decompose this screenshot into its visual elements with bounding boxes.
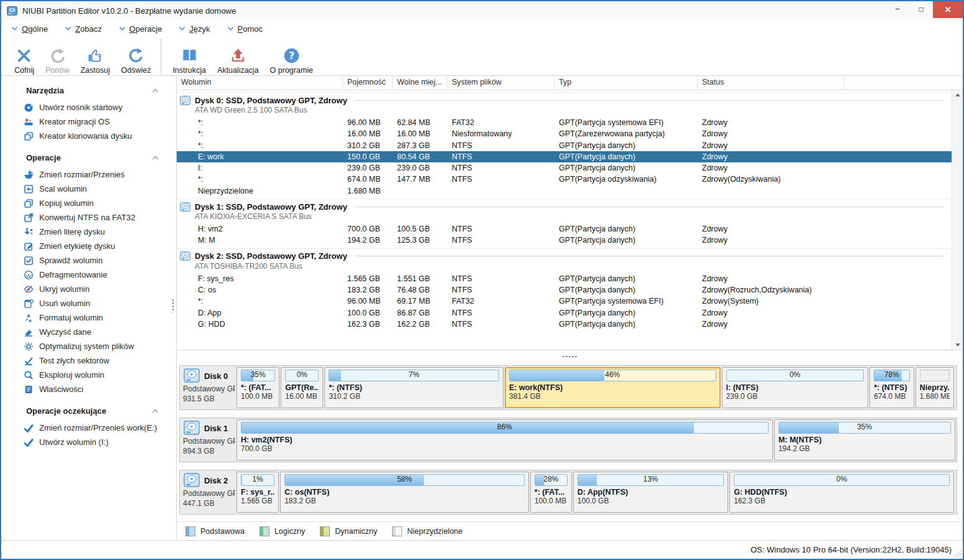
partition-block[interactable]: 28% *: (FAT... 100.0 MB — [530, 472, 572, 513]
partition-size: 1.680 MB — [920, 392, 950, 401]
toolbar-button[interactable]: Zastosuj — [75, 39, 115, 75]
volume-row[interactable]: Nieprzydzielone 1.680 MB — [177, 185, 952, 197]
volume-row[interactable]: *: 96.00 MB 62.84 MB FAT32 GPT(Partycja … — [177, 117, 952, 128]
usage-bar — [920, 370, 950, 381]
volume-row[interactable]: F: sys_res 1.565 GB 1.551 GB NTFS GPT(Pa… — [177, 273, 952, 284]
sidebar-item[interactable]: Zmień literę dysku — [17, 225, 176, 239]
title-bar[interactable]: NIUBI Partition Editor v10.2.0 - Bezpłat… — [1, 1, 963, 20]
volume-row[interactable]: *: 674.0 MB 147.7 MB NTFS GPT(Partycja o… — [177, 174, 952, 185]
cell-capacity: 100.0 GB — [343, 307, 393, 319]
sidebar-section-header[interactable]: Narzędzia — [17, 83, 176, 100]
sidebar-item[interactable]: Kreator migracji OS — [17, 114, 176, 129]
volume-row[interactable]: H: vm2 700.0 GB 100.5 GB NTFS GPT(Partyc… — [177, 223, 952, 235]
partition-block[interactable]: 35% M: M(NTFS) 194.2 GB — [774, 419, 955, 460]
volume-row[interactable]: M: M 194.2 GB 125.3 GB NTFS GPT(Partycja… — [177, 235, 952, 246]
sidebar-item[interactable]: Sprawdź wolumin — [17, 253, 176, 268]
sidebar-item[interactable]: Formatuj wolumin — [17, 310, 176, 325]
sidebar-item[interactable]: Właściwości — [17, 382, 176, 396]
table-scrollbar[interactable] — [952, 90, 963, 350]
menu-item[interactable]: Ogólne — [11, 24, 48, 34]
usage-percent: 0% — [727, 370, 864, 380]
sidebar-item[interactable]: Test złych sektorów — [17, 353, 176, 368]
close-button[interactable]: ✕ — [933, 1, 963, 18]
table-column-header[interactable]: Typ — [555, 76, 698, 90]
sidebar-item[interactable]: Utwórz nośnik startowy — [17, 100, 176, 114]
menu-item[interactable]: Zobacz — [65, 24, 102, 34]
sidebar-item[interactable]: Scal wolumin — [17, 182, 176, 196]
usage-bar: 13% — [578, 474, 724, 486]
cell-filesystem: FAT32 — [447, 296, 555, 307]
table-column-header[interactable]: Pojemność — [343, 76, 393, 90]
toolbar-button[interactable]: Aktualizacja — [212, 39, 264, 75]
partition-block[interactable]: 35% *: (FAT... 100.0 MB — [236, 367, 279, 408]
sidebar-item[interactable]: Eksploruj wolumin — [17, 368, 176, 382]
volume-row[interactable]: I: 239.0 GB 239.0 GB NTFS GPT(Partycja d… — [177, 162, 952, 174]
sidebar-item[interactable]: Utwórz wolumin (I:) — [17, 435, 176, 449]
volume-row[interactable]: G: HDD 162.3 GB 162.2 GB NTFS GPT(Partyc… — [177, 319, 952, 330]
partition-block[interactable]: 0% G: HDD(NTFS) 162.3 GB — [729, 472, 953, 513]
partition-block[interactable]: Nieprzy... 1.680 MB — [915, 367, 954, 408]
sidebar-item[interactable]: Optymalizuj system plików — [17, 339, 176, 353]
partition-block[interactable]: 1% F: sys_r... 1.565 GB — [236, 472, 279, 513]
sidebar-item[interactable]: Kopiuj wolumin — [17, 196, 176, 210]
scroll-up-arrow-icon[interactable] — [952, 90, 963, 100]
table-map-splitter[interactable] — [177, 350, 963, 362]
table-column-header[interactable]: Status — [698, 76, 845, 90]
sidebar-section-header[interactable]: Operacje oczekujące — [17, 404, 176, 421]
volume-row[interactable]: *: 310.2 GB 287.3 GB NTFS GPT(Partycja d… — [177, 140, 952, 151]
sidebar-item[interactable]: Zmień rozmiar/Przenieś work(E:) — [17, 421, 176, 435]
menu-item[interactable]: Pomoc — [227, 24, 263, 34]
partition-block[interactable]: 78% *: (NTFS) 674.0 MB — [869, 367, 914, 408]
menu-item[interactable]: Język — [179, 24, 210, 34]
sidebar-item-label: Wyczyść dane — [39, 327, 91, 337]
disk-group-header[interactable]: Dysk 0: SSD, Podstawowy GPT, Zdrowy — [177, 95, 952, 106]
volume-row[interactable]: C: os 183.2 GB 76.48 GB NTFS GPT(Partycj… — [177, 284, 952, 296]
partition-block[interactable]: 86% H: vm2(NTFS) 700.0 GB — [236, 419, 773, 460]
table-column-header[interactable]: System plików — [447, 76, 555, 90]
toolbar-button[interactable]: Cofnij — [9, 39, 40, 75]
disk-group-header[interactable]: Dysk 1: SSD, Podstawowy GPT, Zdrowy — [177, 201, 952, 212]
disk-label-block[interactable]: Disk 2 Podstawowy GPT 447.1 GB — [181, 472, 236, 513]
splitter-grip[interactable] — [562, 355, 578, 358]
menu-item[interactable]: Operacje — [119, 24, 162, 34]
disk-size: 931.5 GB — [183, 394, 235, 404]
chevron-up-icon — [152, 88, 159, 93]
cell-status: Zdrowy(Odzyskiwania) — [698, 174, 845, 185]
volume-row[interactable]: D: App 100.0 GB 86.87 GB NTFS GPT(Partyc… — [177, 307, 952, 319]
toolbar-button[interactable]: Ponów — [40, 39, 75, 75]
partition-block[interactable]: 46% E: work(NTFS) 381.4 GB — [505, 367, 721, 408]
sidebar-splitter-handle[interactable] — [172, 299, 174, 312]
toolbar-button[interactable]: ? O programie — [264, 39, 319, 75]
partition-size: 100.0 MB — [241, 392, 275, 401]
disk-label-block[interactable]: Disk 0 Podstawowy GPT 931.5 GB — [181, 367, 236, 408]
disk-label-block[interactable]: Disk 1 Podstawowy GPT 894.3 GB — [181, 419, 236, 460]
scroll-down-arrow-icon[interactable] — [952, 340, 963, 350]
partition-block[interactable]: 13% D: App(NTFS) 100.0 GB — [573, 472, 728, 513]
sidebar-item[interactable]: Kreator klonowania dysku — [17, 129, 176, 143]
table-column-header[interactable]: Wolumin — [177, 76, 343, 90]
sidebar-item[interactable]: Usuń wolumin — [17, 296, 176, 310]
toolbar-button[interactable]: Odśwież — [115, 39, 161, 75]
sidebar-section-header[interactable]: Operacje — [17, 151, 176, 167]
sidebar-item[interactable]: Defragmentowanie — [17, 268, 176, 282]
volume-row[interactable]: *: 96.00 MB 69.17 MB FAT32 GPT(Partycja … — [177, 296, 952, 307]
disk-group-header[interactable]: Dysk 2: SSD, Podstawowy GPT, Zdrowy — [177, 251, 952, 262]
table-column-header[interactable]: Wolne miej... — [393, 76, 447, 90]
sidebar-item[interactable]: Ukryj wolumin — [17, 282, 176, 296]
maximize-button[interactable]: □ — [909, 1, 933, 17]
partition-block[interactable]: 0% GPT(Re... 16.00 MB — [281, 367, 323, 408]
volume-row[interactable]: E: work 150.0 GB 80.54 GB NTFS GPT(Party… — [177, 151, 952, 162]
volume-row[interactable]: *: 16.00 MB 16.00 MB Niesformatowany GPT… — [177, 128, 952, 139]
partition-block[interactable]: 0% I: (NTFS) 239.0 GB — [722, 367, 869, 408]
cell-volume: H: vm2 — [177, 223, 343, 235]
sidebar-item[interactable]: Zmień rozmiar/Przenieś — [17, 167, 176, 182]
cell-filesystem: NTFS — [447, 235, 555, 246]
sidebar-item[interactable]: Konwertuj NTFS na FAT32 — [17, 210, 176, 225]
minimize-button[interactable]: − — [886, 1, 909, 17]
sidebar-item[interactable]: Wyczyść dane — [17, 325, 176, 339]
sidebar-item[interactable]: Zmień etykietę dysku — [17, 239, 176, 253]
partition-block[interactable]: 7% *: (NTFS) 310.2 GB — [324, 367, 503, 408]
partition-block[interactable]: 58% C: os(NTFS) 183.2 GB — [280, 472, 529, 513]
toolbar-button[interactable]: Instrukcja — [167, 39, 212, 75]
resize-grip[interactable] — [953, 549, 962, 558]
